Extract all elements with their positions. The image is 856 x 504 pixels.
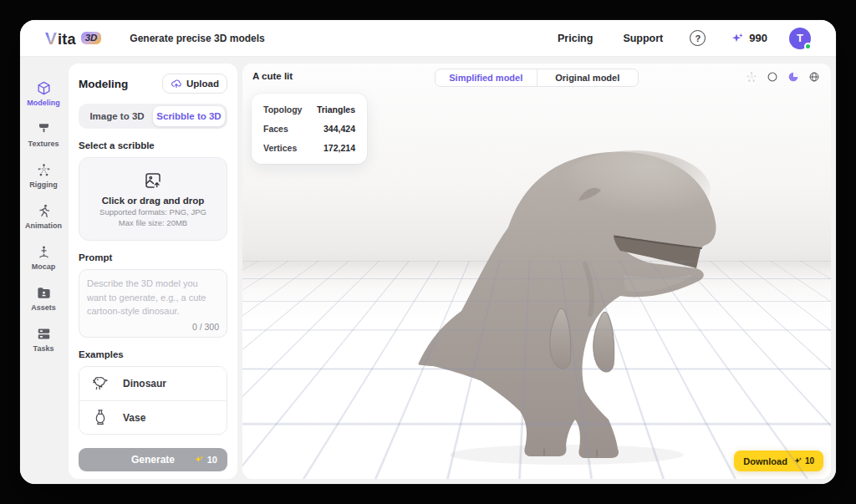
app-header: Vita 3D Generate precise 3D models Prici… — [20, 20, 836, 57]
stat-faces: Faces 344,424 — [263, 124, 355, 134]
avatar-initial: T — [797, 32, 803, 44]
sidebar-item-label: Textures — [28, 140, 59, 148]
generate-cost: 10 — [207, 455, 217, 465]
stat-label: Faces — [263, 124, 288, 134]
stat-label: Topology — [263, 104, 302, 115]
download-button[interactable]: Download 10 — [734, 451, 823, 471]
model-variant-tabs: Simplified model Original model — [435, 69, 639, 87]
example-vase[interactable]: Vase — [79, 400, 227, 434]
upload-label: Upload — [186, 79, 219, 89]
example-dinosaur[interactable]: Dinosaur — [79, 367, 227, 400]
sidebar-item-textures[interactable]: Textures — [21, 121, 66, 148]
sidebar-item-label: Rigging — [29, 181, 58, 189]
stat-value: 172,214 — [324, 143, 355, 153]
logo-text: ita — [58, 31, 76, 48]
wireframe-off-icon[interactable] — [766, 70, 779, 84]
cloud-upload-icon — [171, 78, 182, 89]
sidebar-item-tasks[interactable]: Tasks — [21, 326, 66, 353]
prompt-box: 0 / 300 — [79, 269, 227, 338]
tasks-list-icon — [36, 326, 52, 342]
nav-pricing[interactable]: Pricing — [558, 33, 593, 44]
sidebar-item-animation[interactable]: Animation — [21, 203, 66, 230]
image-upload-icon — [143, 171, 163, 191]
sidebar-item-label: Tasks — [33, 344, 54, 353]
prompt-counter: 0 / 300 — [87, 322, 219, 332]
app-window: Vita 3D Generate precise 3D models Prici… — [20, 20, 836, 484]
help-icon[interactable]: ? — [690, 30, 706, 46]
sparkle-icon — [793, 456, 802, 466]
assets-folder-icon — [36, 285, 52, 301]
modeling-panel: Modeling Upload Image to 3D Scribble to … — [69, 64, 237, 479]
runner-icon — [36, 203, 52, 219]
stat-label: Vertices — [263, 143, 297, 153]
vase-sketch-icon — [89, 407, 111, 429]
tab-image-to-3d[interactable]: Image to 3D — [81, 106, 153, 126]
dropzone-size-text: Max file size: 20MB — [119, 218, 187, 227]
sparkle-icon — [194, 455, 204, 465]
cube-icon — [36, 80, 52, 96]
stat-value: 344,424 — [324, 124, 355, 134]
prompt-input[interactable] — [87, 277, 219, 317]
brush-icon — [36, 121, 52, 137]
example-label: Vase — [123, 412, 145, 424]
panel-title: Modeling — [79, 78, 128, 90]
scribble-dropzone[interactable]: Click or drag and drop Supported formats… — [79, 157, 227, 241]
sidebar-item-label: Modeling — [27, 99, 60, 107]
example-label: Dinosaur — [123, 378, 166, 389]
skeleton-view-icon[interactable] — [745, 70, 758, 84]
dinosaur-sketch-icon — [89, 373, 111, 395]
logo-v-glyph: V — [45, 28, 57, 48]
sidebar-item-rigging[interactable]: Rigging — [21, 162, 66, 189]
stat-value: Triangles — [317, 104, 355, 115]
model-title: A cute lit — [252, 71, 293, 81]
mode-tabs: Image to 3D Scribble to 3D — [79, 104, 227, 129]
sidebar-item-label: Animation — [25, 221, 62, 230]
generate-button[interactable]: Generate 10 — [79, 448, 227, 471]
download-cost: 10 — [805, 456, 814, 466]
upload-button[interactable]: Upload — [162, 74, 227, 94]
dropzone-main-text: Click or drag and drop — [102, 196, 205, 206]
shading-mode-icon[interactable] — [787, 70, 800, 84]
viewport-toolbar — [745, 70, 821, 84]
credits-count: 990 — [749, 32, 767, 44]
prompt-label: Prompt — [79, 252, 227, 262]
nav-support[interactable]: Support — [623, 33, 663, 44]
logo-3d-badge: 3D — [81, 32, 102, 44]
tab-scribble-to-3d[interactable]: Scribble to 3D — [153, 106, 225, 126]
scribble-section-label: Select a scribble — [79, 140, 227, 150]
online-status-dot — [804, 43, 812, 50]
tab-simplified-model[interactable]: Simplified model — [436, 69, 537, 86]
sidebar-item-mocap[interactable]: Mocap — [21, 244, 66, 271]
content-area: Modeling Textures Rigging Animation Moca… — [20, 57, 836, 484]
rig-joints-icon — [36, 162, 52, 178]
user-avatar[interactable]: T — [789, 28, 811, 49]
examples-list: Dinosaur Vase — [79, 366, 227, 435]
sidebar-item-assets[interactable]: Assets — [21, 285, 66, 312]
sidebar-item-modeling[interactable]: Modeling — [21, 80, 66, 107]
viewer-3d[interactable]: A cute lit Simplified model Original mod… — [242, 64, 831, 479]
examples-label: Examples — [79, 349, 227, 359]
topology-stats-card: Topology Triangles Faces 344,424 Vertice… — [252, 94, 367, 164]
generate-label: Generate — [131, 454, 175, 466]
app-tagline: Generate precise 3D models — [130, 33, 264, 44]
dropzone-formats-text: Supported formats: PNG, JPG — [99, 207, 206, 216]
credits-balance[interactable]: 990 — [731, 32, 767, 45]
sparkle-icon — [731, 32, 744, 45]
tab-original-model[interactable]: Original model — [537, 69, 639, 86]
mocap-figure-icon — [36, 244, 52, 260]
download-label: Download — [743, 456, 787, 466]
sidebar-item-label: Mocap — [32, 262, 56, 271]
sidebar-rail: Modeling Textures Rigging Animation Moca… — [20, 57, 67, 484]
globe-icon[interactable] — [808, 70, 821, 84]
app-logo[interactable]: Vita 3D — [45, 28, 101, 48]
stat-vertices: Vertices 172,214 — [263, 143, 355, 153]
sidebar-item-label: Assets — [31, 303, 56, 312]
stat-topology: Topology Triangles — [263, 104, 355, 115]
